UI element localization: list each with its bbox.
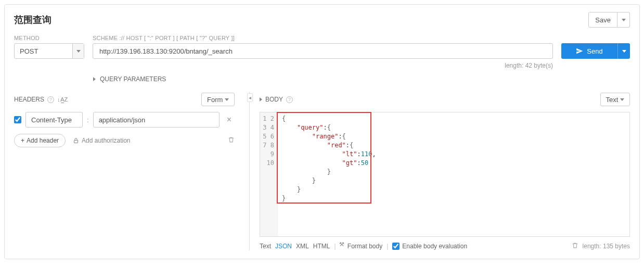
body-title: BODY <box>265 96 283 103</box>
header-row: : × <box>14 112 235 128</box>
body-type-json[interactable]: JSON <box>275 243 292 250</box>
send-icon <box>576 47 583 55</box>
caret-down-icon <box>76 50 81 53</box>
colon: : <box>87 116 89 124</box>
query-parameters-label: QUERY PARAMETERS <box>100 75 166 83</box>
help-icon[interactable]: ? <box>286 96 293 103</box>
headers-view-toggle[interactable]: Form <box>201 93 235 106</box>
wrench-icon <box>340 243 346 248</box>
body-header: BODY ? Text <box>260 92 630 107</box>
editor-code[interactable]: { "query":{ "range":{ "red":{ "lt":110, … <box>278 112 380 236</box>
body-type-xml[interactable]: XML <box>296 243 309 250</box>
enable-eval-checkbox[interactable] <box>392 243 400 250</box>
chevron-right-icon[interactable] <box>260 97 262 102</box>
send-button-group: Send <box>561 43 630 59</box>
url-input[interactable] <box>93 43 553 59</box>
body-mode-label: Text <box>606 96 619 104</box>
sort-icon[interactable]: ↓A̲Z <box>57 96 68 103</box>
lock-icon <box>73 137 79 144</box>
enable-eval-toggle[interactable]: Enable body evaluation <box>392 243 467 250</box>
separator: | <box>387 243 388 250</box>
chevron-right-icon <box>93 77 96 81</box>
save-dropdown[interactable] <box>617 12 630 28</box>
body-mode-toggle[interactable]: Text <box>600 93 630 106</box>
help-icon[interactable]: ? <box>47 96 54 103</box>
body-pane: BODY ? Text 1 2 3 4 5 6 7 8 9 10 { "quer… <box>256 92 630 250</box>
caret-down-icon <box>622 50 626 53</box>
separator: | <box>334 243 336 250</box>
caret-down-icon <box>225 98 229 101</box>
pane-divider[interactable]: ◂ <box>243 92 256 250</box>
editor-wrapper: 1 2 3 4 5 6 7 8 9 10 { "query":{ "range"… <box>260 112 630 237</box>
format-body-label: Format body <box>347 243 382 250</box>
header-value-input[interactable] <box>93 112 220 128</box>
body-footer: Text JSON XML HTML | Format body | Enabl… <box>260 242 630 250</box>
headers-pane: HEADERS ? ↓A̲Z Form : × + Add header <box>14 92 243 250</box>
send-button[interactable]: Send <box>561 43 617 59</box>
headers-title: HEADERS <box>14 96 44 103</box>
method-label: METHOD <box>14 35 84 41</box>
page-title: 范围查询 <box>14 14 51 26</box>
send-column: Send <box>561 35 630 59</box>
caret-down-icon <box>620 98 624 101</box>
plus-icon: + <box>21 137 24 144</box>
method-column: METHOD POST <box>14 35 84 59</box>
header-actions: + Add header Add authorization <box>14 134 235 147</box>
trash-icon <box>572 242 578 249</box>
body-length: length: 135 bytes <box>583 243 630 250</box>
url-length: length: 42 byte(s) <box>93 62 553 69</box>
body-title-group: BODY ? <box>260 96 293 103</box>
body-type-html[interactable]: HTML <box>313 243 330 250</box>
save-button-group: Save <box>588 12 630 28</box>
top-row: 范围查询 Save <box>14 12 630 28</box>
body-type-text[interactable]: Text <box>260 243 271 250</box>
body-footer-right: length: 135 bytes <box>572 242 630 250</box>
method-value: POST <box>15 44 72 58</box>
header-name-input[interactable] <box>25 112 83 128</box>
url-column: SCHEME :// HOST [ ":" PORT ] [ PATH [ "?… <box>93 35 553 69</box>
request-panel: 范围查询 Save METHOD POST SCHEME :// HOST [ … <box>4 4 640 259</box>
add-auth-label: Add authorization <box>82 137 130 144</box>
clear-headers-button[interactable] <box>228 136 235 145</box>
format-body-button[interactable]: Format body <box>340 243 383 250</box>
method-dropdown-toggle[interactable] <box>72 44 84 58</box>
send-spacer <box>561 35 630 41</box>
svg-rect-0 <box>74 141 78 143</box>
header-enable-checkbox[interactable] <box>14 116 21 123</box>
split-area: HEADERS ? ↓A̲Z Form : × + Add header <box>14 92 630 250</box>
add-authorization-button[interactable]: Add authorization <box>73 137 130 144</box>
send-label: Send <box>587 47 602 55</box>
add-header-label: Add header <box>27 137 59 144</box>
headers-header: HEADERS ? ↓A̲Z Form <box>14 92 235 107</box>
add-header-button[interactable]: + Add header <box>14 134 66 147</box>
send-dropdown[interactable] <box>617 43 630 59</box>
collapse-handle-icon[interactable]: ◂ <box>247 93 253 102</box>
editor-gutter: 1 2 3 4 5 6 7 8 9 10 <box>260 112 278 236</box>
body-editor[interactable]: 1 2 3 4 5 6 7 8 9 10 { "query":{ "range"… <box>260 112 630 237</box>
remove-header-button[interactable]: × <box>224 115 235 124</box>
url-label: SCHEME :// HOST [ ":" PORT ] [ PATH [ "?… <box>93 35 553 41</box>
enable-eval-label: Enable body evaluation <box>402 243 467 250</box>
method-select[interactable]: POST <box>14 43 84 59</box>
request-line: METHOD POST SCHEME :// HOST [ ":" PORT ]… <box>14 35 630 69</box>
trash-icon <box>228 136 235 143</box>
query-parameters-toggle[interactable]: QUERY PARAMETERS <box>93 75 630 83</box>
clear-body-button[interactable] <box>572 242 578 250</box>
save-button[interactable]: Save <box>588 12 617 28</box>
headers-title-group: HEADERS ? ↓A̲Z <box>14 96 68 103</box>
caret-down-icon <box>622 19 626 21</box>
form-label: Form <box>207 96 223 104</box>
